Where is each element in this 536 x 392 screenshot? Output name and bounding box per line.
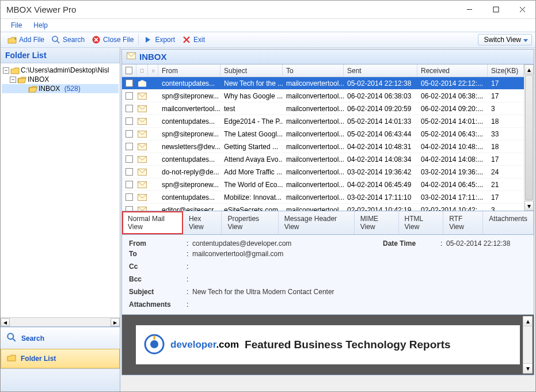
tree-scrollbar[interactable]: ◂ ▸ — [1, 317, 120, 326]
row-from: newsletters@dev... — [158, 143, 221, 151]
row-subject: Attend Avaya Evo... — [221, 155, 283, 163]
scroll-up-icon[interactable]: ▴ — [524, 64, 534, 74]
minimize-button[interactable] — [456, 1, 482, 18]
row-to: mailconvertertool... — [283, 105, 344, 113]
svg-text:+: + — [14, 36, 17, 41]
tab-rtf-view[interactable]: RTF View — [443, 211, 483, 234]
menu-file[interactable]: File — [5, 20, 28, 31]
row-checkbox[interactable] — [122, 181, 136, 188]
row-size: 3 — [488, 206, 524, 211]
search-button[interactable]: Search — [48, 33, 88, 46]
scroll-up-icon[interactable]: ▴ — [523, 317, 532, 326]
row-checkbox[interactable] — [122, 117, 136, 125]
scroll-thumb[interactable] — [525, 75, 533, 200]
row-received: 05-02-2014 22:12:... — [417, 79, 488, 87]
row-from: contentupdates... — [158, 79, 221, 87]
col-size[interactable]: Size(KB) — [488, 64, 524, 77]
detail-subject-value: New Tech for the Ultra Modern Contact Ce… — [192, 288, 334, 296]
row-from: contentupdates... — [158, 155, 221, 163]
row-checkbox[interactable] — [122, 92, 136, 100]
col-checkbox[interactable] — [122, 64, 136, 77]
detail-subject-label: Subject — [129, 288, 187, 296]
tab-mime-view[interactable]: MIME View — [355, 211, 399, 234]
row-sent: 04-02-2014 06:45:49 — [344, 181, 417, 189]
row-subject: Add More Traffic ... — [221, 168, 283, 176]
left-panel-footer — [1, 368, 120, 391]
tree-inbox[interactable]: − INBOX — [2, 75, 119, 84]
toolbar: + Add File Search Close File Export Exit… — [1, 32, 535, 48]
grid-scrollbar[interactable]: ▴ ▾ — [524, 64, 534, 211]
col-sent[interactable]: Sent — [344, 64, 417, 77]
tab-normal-mail-view[interactable]: Normal Mail View — [122, 211, 183, 234]
add-file-button[interactable]: + Add File — [4, 33, 48, 46]
message-grid: From Subject To Sent Received Size(KB) c… — [121, 64, 534, 211]
tree-inbox-child[interactable]: INBOX (528) — [2, 84, 119, 93]
table-row[interactable]: contentupdates...New Tech for the ...mai… — [122, 77, 524, 90]
folder-tree[interactable]: − C:\Users\admin\Desktop\Nisl − INBOX IN… — [1, 63, 120, 317]
tab-message-header-view[interactable]: Message Header View — [279, 211, 355, 234]
switch-view-button[interactable]: Switch View — [478, 34, 532, 45]
tab-hex-view[interactable]: Hex View — [183, 211, 222, 234]
mail-icon — [136, 105, 148, 112]
table-row[interactable]: contentupdates...Attend Avaya Evo...mail… — [122, 153, 524, 166]
row-checkbox[interactable] — [122, 155, 136, 163]
col-received[interactable]: Received — [417, 64, 488, 77]
table-row[interactable]: do-not-reply@de...Add More Traffic ...ma… — [122, 166, 524, 178]
row-subject: test — [221, 105, 283, 113]
tab-attachments[interactable]: Attachments — [483, 211, 534, 234]
table-row[interactable]: spn@sitepronew...Why has Google ...mailc… — [122, 90, 524, 102]
tab-properties-view[interactable]: Properties View — [222, 211, 278, 234]
folder-list-header: Folder List — [1, 48, 120, 63]
col-from[interactable]: From — [158, 64, 221, 77]
col-icon — [136, 64, 148, 77]
tree-root[interactable]: − C:\Users\admin\Desktop\Nisl — [2, 66, 119, 75]
tab-html-view[interactable]: HTML View — [399, 211, 444, 234]
scroll-down-icon[interactable]: ▾ — [523, 363, 532, 373]
mail-icon — [136, 169, 148, 176]
exit-button[interactable]: Exit — [178, 33, 208, 46]
collapse-icon[interactable]: − — [3, 67, 9, 74]
scroll-left-icon[interactable]: ◂ — [1, 318, 10, 326]
row-from: mailconvertertool... — [158, 105, 221, 113]
col-to[interactable]: To — [283, 64, 344, 77]
preview-headline: Featured Business Technology Reports — [245, 338, 451, 351]
row-checkbox[interactable] — [122, 193, 136, 201]
row-checkbox[interactable] — [122, 105, 136, 112]
row-subject: New Tech for the ... — [221, 79, 283, 87]
scroll-down-icon[interactable]: ▾ — [524, 201, 534, 211]
export-button[interactable]: Export — [140, 33, 178, 46]
preview-scrollbar[interactable]: ▴ ▾ — [523, 316, 533, 374]
row-subject: The World of Eco... — [221, 181, 283, 189]
collapse-icon[interactable]: − — [10, 77, 16, 83]
row-checkbox[interactable] — [122, 79, 136, 87]
mail-icon — [136, 80, 148, 87]
content-header: INBOX — [121, 49, 534, 64]
table-row[interactable]: contentupdates...Mobilize: Innovat...mai… — [122, 191, 524, 204]
row-checkbox[interactable] — [122, 206, 136, 211]
nav-folder-list[interactable]: Folder List — [1, 349, 120, 368]
search-icon — [6, 332, 17, 344]
row-checkbox[interactable] — [122, 130, 136, 138]
table-row[interactable]: editor@esitesecr...eSiteSecrets.com ...m… — [122, 204, 524, 211]
grid-body[interactable]: contentupdates...New Tech for the ...mai… — [122, 77, 524, 211]
table-row[interactable]: spn@sitepronew...The Latest Googl...mail… — [122, 128, 524, 140]
menu-help[interactable]: Help — [28, 20, 54, 31]
row-sent: 04-02-2014 10:48:31 — [344, 143, 417, 151]
row-to: mailconvertertool... — [283, 117, 344, 125]
table-row[interactable]: newsletters@dev...Getting Started ...mai… — [122, 140, 524, 153]
row-checkbox[interactable] — [122, 143, 136, 150]
close-button[interactable] — [509, 1, 535, 18]
table-row[interactable]: spn@sitepronew...The World of Eco...mail… — [122, 178, 524, 191]
maximize-button[interactable] — [482, 1, 509, 18]
close-file-button[interactable]: Close File — [88, 33, 137, 46]
preview-banner: developer.com Featured Business Technolo… — [136, 325, 520, 364]
scroll-right-icon[interactable]: ▸ — [111, 318, 120, 326]
row-to: mailconvertertool... — [283, 130, 344, 138]
nav-search[interactable]: Search — [1, 327, 120, 349]
chevron-down-icon — [523, 36, 528, 44]
table-row[interactable]: mailconvertertool...testmailconvertertoo… — [122, 102, 524, 115]
table-row[interactable]: contentupdates...Edge2014 - The P...mail… — [122, 115, 524, 128]
col-subject[interactable]: Subject — [221, 64, 283, 77]
window-title: MBOX Viewer Pro — [6, 5, 456, 14]
row-checkbox[interactable] — [122, 168, 136, 176]
